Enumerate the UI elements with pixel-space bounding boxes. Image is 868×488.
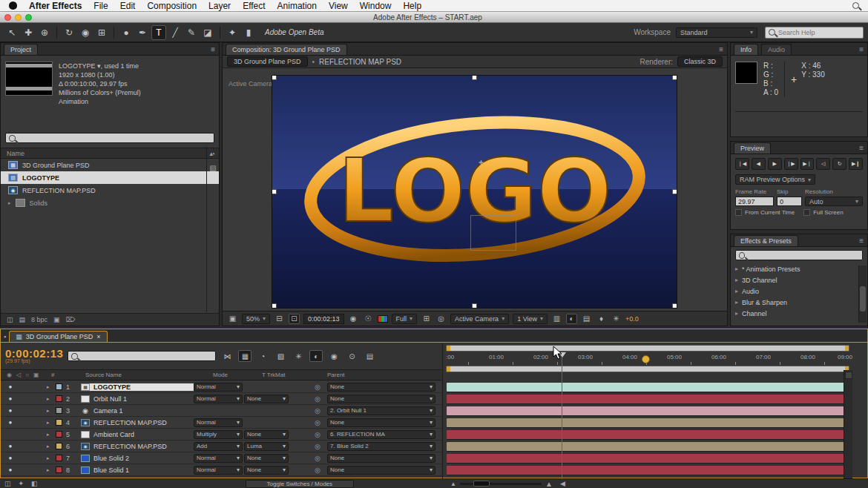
trkmat-dropdown[interactable]: Luma▾ (244, 442, 289, 451)
work-area-bar[interactable] (446, 366, 849, 372)
eye-icon[interactable]: ● (7, 466, 14, 473)
mask-visibility-icon[interactable]: ◎ (435, 314, 447, 324)
magnification-dropdown[interactable]: 50%▾ (242, 314, 270, 324)
panel-menu-icon[interactable]: ≡ (859, 144, 867, 154)
comp-timecode[interactable]: 0:00:02:13 (303, 314, 344, 324)
eye-icon[interactable]: ● (7, 455, 14, 461)
audio-column-icon[interactable]: ◁ (16, 372, 21, 378)
current-time-indicator[interactable] (562, 352, 562, 479)
flowchart-icon[interactable]: ♦ (596, 314, 607, 324)
grid-guides-icon[interactable]: ⊞ (421, 314, 432, 324)
panel-menu-icon[interactable]: ≡ (719, 45, 727, 55)
parent-pickwhip-icon[interactable]: ◎ (308, 455, 327, 462)
shape-tool[interactable]: ● (119, 25, 134, 40)
region-of-interest-icon[interactable]: ⊡ (289, 314, 300, 324)
hide-shy-layers-icon[interactable]: ◔ (256, 350, 269, 362)
layer-row-6[interactable]: ● ▸ 6 ◉ REFLECTION MAP.PSD Add▾ Luma▾ ◎ … (1, 441, 441, 452)
menu-view[interactable]: View (329, 1, 348, 11)
layer-name[interactable]: Orbit Null 1 (81, 395, 194, 403)
eye-column-icon[interactable]: ◉ (7, 372, 12, 378)
project-item-logotype[interactable]: ▨ LOGOTYPE (1, 171, 219, 184)
label-color-swatch[interactable] (56, 455, 62, 461)
frame-blending-icon[interactable]: ▧ (274, 350, 287, 362)
parent-dropdown[interactable]: None▾ (327, 395, 435, 403)
trkmat-dropdown[interactable]: None▾ (244, 454, 289, 463)
time-navigator-bar[interactable] (446, 345, 849, 352)
solo-column-icon[interactable]: ○ (25, 372, 29, 378)
menu-window[interactable]: Window (360, 1, 392, 11)
close-icon[interactable]: × (96, 333, 100, 340)
label-color-swatch[interactable] (56, 443, 62, 449)
eye-icon[interactable]: ● (7, 419, 14, 426)
mode-dropdown[interactable]: Multiply▾ (194, 430, 243, 439)
auto-keyframe-icon[interactable]: ◉ (327, 350, 341, 362)
panel-menu-icon[interactable]: ≡ (211, 45, 219, 55)
layer-track-6[interactable] (447, 442, 847, 451)
expander-icon[interactable]: ▸ (735, 299, 738, 306)
tab-project[interactable]: Project (4, 44, 38, 55)
menu-effect[interactable]: Effect (243, 1, 265, 11)
scrollbar-button[interactable] (845, 372, 852, 379)
menu-after-effects[interactable]: After Effects (29, 1, 82, 11)
fx-category-channel[interactable]: ▸ Channel (731, 308, 867, 319)
project-item-solids-folder[interactable]: ▸ Solids (1, 197, 219, 209)
selection-handle[interactable] (272, 75, 277, 80)
mode-dropdown[interactable]: Normal▾ (194, 454, 243, 463)
eye-icon[interactable]: ● (7, 395, 14, 402)
eraser-tool[interactable]: ◪ (200, 25, 215, 40)
parent-dropdown[interactable]: None▾ (327, 418, 435, 427)
motion-blur-icon[interactable]: ✳ (611, 314, 622, 324)
axis-mode-tool[interactable]: ▮ (241, 25, 256, 40)
play-button[interactable]: ▶ (768, 158, 782, 170)
expander-icon[interactable]: ▸ (47, 432, 56, 438)
tab-timeline-comp[interactable]: ▦ 3D Ground Plane PSD × (9, 331, 107, 342)
menu-edit[interactable]: Edit (120, 1, 136, 11)
layer-name[interactable]: ◉ Camera 1 (81, 407, 194, 415)
column-source-name[interactable]: Source Name (81, 372, 208, 378)
zoom-slider-thumb[interactable] (473, 481, 490, 487)
workspace-dropdown[interactable]: Standard▾ (676, 27, 757, 38)
help-search-input[interactable] (778, 29, 860, 36)
ram-preview-options-dropdown[interactable]: RAM Preview Options▾ (735, 174, 815, 185)
pixel-aspect-icon[interactable]: ▥ (551, 314, 562, 324)
loop-button[interactable]: ↻ (832, 158, 846, 170)
selection-handle[interactable] (272, 303, 277, 309)
parent-dropdown[interactable]: 7. Blue Solid 2▾ (327, 442, 435, 451)
snapshot-icon[interactable]: ◉ (348, 314, 359, 324)
parent-pickwhip-icon[interactable]: ◎ (308, 383, 327, 391)
trkmat-dropdown[interactable]: None▾ (244, 466, 289, 475)
fast-previews-icon[interactable]: ◐ (566, 314, 577, 324)
fx-category-audio[interactable]: ▸ Audio (731, 286, 867, 297)
parent-dropdown[interactable]: 6. REFLECTION MA▾ (327, 430, 435, 439)
zoom-tool[interactable]: ⊕ (37, 25, 52, 40)
selection-handle[interactable] (472, 303, 477, 309)
column-trkmat[interactable]: T TrkMat (257, 372, 323, 378)
layer-row-2[interactable]: ● ▸ 2 Orbit Null 1 Normal▾ None▾ ◎ None▾ (1, 393, 441, 405)
close-window-button[interactable] (4, 14, 11, 21)
rotation-tool[interactable]: ↻ (62, 25, 76, 40)
spotlight-search-icon[interactable] (852, 2, 859, 9)
eye-icon[interactable]: ● (7, 443, 14, 449)
menu-file[interactable]: File (93, 1, 108, 11)
timeline-zoom-slider[interactable]: ▲ ▲ (450, 480, 553, 488)
expander-icon[interactable]: ▸ (47, 444, 56, 449)
label-color-swatch[interactable] (56, 466, 62, 473)
mode-dropdown[interactable]: Normal▾ (194, 466, 243, 475)
pan-behind-tool[interactable]: ⊞ (94, 25, 109, 40)
safe-margins-icon[interactable]: ⊟ (274, 314, 285, 324)
exposure-value[interactable]: +0.0 (625, 315, 639, 323)
project-search-input[interactable] (19, 134, 211, 142)
menu-animation[interactable]: Animation (277, 1, 317, 11)
type-tool[interactable]: T (151, 25, 166, 40)
from-current-time-checkbox[interactable] (735, 209, 742, 216)
mode-dropdown[interactable]: Add▾ (194, 442, 243, 451)
parent-pickwhip-icon[interactable]: ◎ (308, 431, 327, 438)
footage-icon[interactable]: ◫ (7, 316, 13, 323)
layer-track-5[interactable] (447, 430, 847, 439)
scrollbar-thumb[interactable] (860, 286, 866, 311)
audio-button[interactable]: ◁ (816, 158, 830, 170)
layer-track-3[interactable] (447, 406, 847, 415)
current-timecode[interactable]: 0:00:02:13 (5, 349, 63, 358)
layer-row-7[interactable]: ● ▸ 7 Blue Solid 2 Normal▾ None▾ ◎ None▾ (1, 452, 441, 464)
pen-tool[interactable]: ✒ (135, 25, 150, 40)
